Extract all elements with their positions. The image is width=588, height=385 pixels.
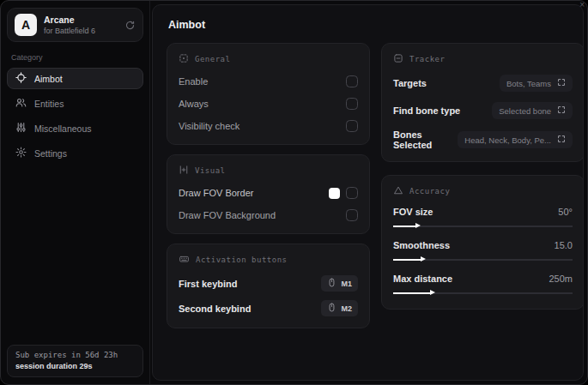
always-checkbox[interactable] bbox=[346, 98, 358, 110]
sidebar-item-label: Entities bbox=[34, 99, 64, 109]
sidebar-item-miscellaneous[interactable]: Miscellaneous bbox=[7, 117, 143, 139]
tracker-card: Tracker Targets Bots, Teams bbox=[381, 43, 584, 162]
visual-icon bbox=[179, 165, 189, 177]
slider-label: Max distance bbox=[393, 274, 452, 284]
keybind-value: M1 bbox=[341, 280, 352, 288]
setting-row: Targets Bots, Teams bbox=[393, 75, 573, 92]
accuracy-card-header: Accuracy bbox=[393, 185, 573, 197]
brand-logo: A bbox=[15, 14, 37, 36]
setting-row: Visibility check bbox=[179, 119, 358, 133]
visual-card: Visual Draw FOV Border Draw FOV Backgrou… bbox=[167, 154, 370, 234]
setting-label: Targets bbox=[393, 78, 427, 88]
general-card-title: General bbox=[195, 55, 230, 63]
fov-size-group: FOV size 50° bbox=[393, 207, 573, 229]
general-icon bbox=[179, 53, 189, 65]
setting-row: Find bone type Selected bone bbox=[393, 102, 573, 119]
sub-expires-text: Sub expires in 56d 23h bbox=[15, 351, 135, 359]
sidebar: A Arcane for Battlefield 6 Category Aimb… bbox=[1, 1, 150, 384]
sliders-icon bbox=[15, 122, 27, 135]
keyboard-icon bbox=[179, 254, 190, 266]
bones-selected-dropdown[interactable]: Head, Neck, Body, Pe... bbox=[458, 131, 573, 148]
sidebar-item-label: Miscellaneous bbox=[34, 123, 92, 134]
setting-label: Visibility check bbox=[179, 121, 239, 131]
content-columns: General Enable Always Visibility check bbox=[161, 43, 574, 338]
tracker-icon bbox=[393, 53, 403, 65]
slider-fill[interactable] bbox=[393, 259, 421, 262]
setting-label: Always bbox=[179, 99, 209, 109]
gear-icon bbox=[15, 147, 27, 159]
dropdown-value: Selected bone bbox=[499, 106, 551, 116]
general-card-header: General bbox=[179, 53, 358, 65]
smoothness-slider[interactable] bbox=[393, 256, 573, 262]
first-keybind-button[interactable]: M1 bbox=[321, 275, 358, 292]
general-card: General Enable Always Visibility check bbox=[167, 43, 370, 145]
setting-label: Bones Selected bbox=[393, 129, 458, 150]
sidebar-item-label: Settings bbox=[34, 148, 67, 159]
keybind-value: M2 bbox=[341, 304, 352, 313]
main-panel: Aimbot General Enable bbox=[152, 4, 584, 381]
expand-icon bbox=[557, 135, 566, 145]
mouse-icon bbox=[327, 303, 336, 314]
accuracy-card-title: Accuracy bbox=[409, 187, 450, 196]
users-icon bbox=[15, 97, 27, 110]
setting-label: Enable bbox=[179, 76, 208, 87]
setting-row: Second keybind M2 bbox=[179, 300, 358, 316]
dropdown-value: Head, Neck, Body, Pe... bbox=[464, 135, 551, 145]
enable-checkbox[interactable] bbox=[346, 75, 358, 87]
setting-row: Bones Selected Head, Neck, Body, Pe... bbox=[393, 129, 573, 150]
setting-label: Find bone type bbox=[393, 105, 460, 116]
find-bone-type-dropdown[interactable]: Selected bone bbox=[492, 102, 573, 119]
crosshair-icon bbox=[15, 72, 27, 85]
activation-card: Activation buttons First keybind M1 bbox=[167, 244, 370, 328]
brand-text: Arcane for Battlefield 6 bbox=[44, 15, 95, 35]
setting-label: Draw FOV Background bbox=[179, 210, 276, 220]
app-window: × A Arcane for Battlefield 6 Category Ai… bbox=[0, 0, 588, 385]
brand-subtitle: for Battlefield 6 bbox=[44, 27, 95, 35]
max-distance-group: Max distance 250m bbox=[393, 274, 573, 296]
page-title: Aimbot bbox=[168, 19, 574, 31]
refresh-icon[interactable] bbox=[124, 20, 136, 31]
session-duration-text: session duration 29s bbox=[15, 362, 135, 370]
targets-dropdown[interactable]: Bots, Teams bbox=[500, 75, 573, 92]
setting-row: Enable bbox=[179, 75, 358, 88]
slider-label: FOV size bbox=[393, 207, 433, 217]
visual-card-header: Visual bbox=[179, 165, 358, 177]
expand-icon bbox=[557, 78, 566, 88]
setting-label: Second keybind bbox=[179, 304, 251, 314]
sidebar-item-aimbot[interactable]: Aimbot bbox=[7, 68, 143, 89]
brand-name: Arcane bbox=[44, 15, 95, 25]
accuracy-card: Accuracy FOV size 50° Smoothness bbox=[381, 175, 584, 310]
slider-fill[interactable] bbox=[393, 292, 431, 295]
draw-fov-border-checkbox[interactable] bbox=[346, 187, 358, 199]
activation-card-title: Activation buttons bbox=[196, 256, 288, 264]
slider-value: 250m bbox=[549, 274, 573, 284]
fov-size-slider[interactable] bbox=[393, 223, 573, 229]
tracker-card-title: Tracker bbox=[409, 55, 445, 63]
setting-row: Always bbox=[179, 97, 358, 111]
left-column: General Enable Always Visibility check bbox=[167, 43, 370, 338]
slider-value: 15.0 bbox=[555, 240, 573, 250]
dropdown-value: Bots, Teams bbox=[506, 79, 551, 88]
setting-label: Draw FOV Border bbox=[179, 188, 253, 198]
fov-border-controls bbox=[329, 187, 358, 199]
right-column: Tracker Targets Bots, Teams bbox=[381, 43, 584, 319]
sidebar-item-label: Aimbot bbox=[34, 74, 63, 84]
visibility-check-checkbox[interactable] bbox=[346, 120, 358, 132]
fov-border-color-swatch[interactable] bbox=[329, 188, 340, 199]
sidebar-item-entities[interactable]: Entities bbox=[7, 93, 143, 114]
slider-label: Smoothness bbox=[393, 240, 450, 250]
smoothness-group: Smoothness 15.0 bbox=[393, 240, 573, 262]
second-keybind-button[interactable]: M2 bbox=[321, 300, 358, 316]
sidebar-spacer bbox=[7, 167, 143, 345]
close-icon[interactable]: × bbox=[579, 1, 585, 9]
sidebar-item-settings[interactable]: Settings bbox=[7, 142, 143, 164]
slider-fill[interactable] bbox=[393, 226, 416, 228]
setting-label: First keybind bbox=[179, 279, 237, 289]
slider-value: 50° bbox=[558, 207, 573, 217]
accuracy-icon bbox=[393, 185, 403, 197]
mouse-icon bbox=[327, 278, 336, 289]
category-label: Category bbox=[11, 53, 139, 62]
max-distance-slider[interactable] bbox=[393, 290, 573, 296]
draw-fov-background-checkbox[interactable] bbox=[346, 209, 358, 221]
setting-row: Draw FOV Background bbox=[179, 208, 358, 222]
